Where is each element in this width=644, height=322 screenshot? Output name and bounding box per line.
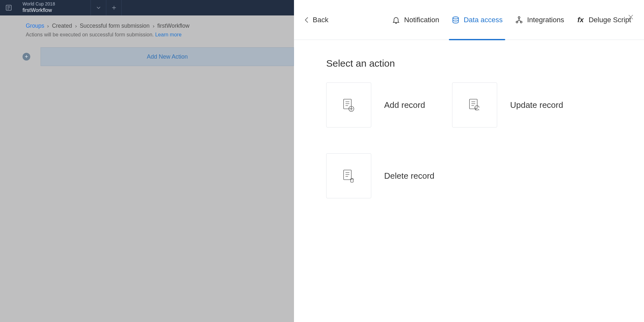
crumb-current: firstWorkflow — [157, 23, 190, 29]
crumb-groups[interactable]: Groups — [26, 23, 44, 29]
tab-data-access[interactable]: Data access — [451, 0, 503, 40]
add-action-row: + Add New Action — [23, 47, 294, 66]
learn-more-link[interactable]: Learn more — [155, 32, 182, 37]
svg-rect-7 — [469, 99, 477, 109]
tab-integrations-label: Integrations — [527, 16, 564, 24]
tab-integrations[interactable]: Integrations — [515, 0, 564, 40]
update-record-icon — [452, 82, 497, 128]
breadcrumb: Groups Created Successful form submissio… — [0, 15, 294, 29]
crumb-event: Successful form submission — [80, 23, 150, 29]
workflow-tab[interactable]: World Cup 2018 firstWorkflow — [17, 0, 91, 15]
plus-icon: + — [25, 54, 28, 60]
action-delete-label: Delete record — [384, 171, 434, 181]
tab-notification[interactable]: Notification — [392, 0, 439, 40]
workflow-page: World Cup 2018 firstWorkflow Groups Crea… — [0, 0, 294, 322]
drawer-header: Back Notification Data access Integratio… — [294, 0, 644, 40]
add-step-button[interactable]: + — [23, 53, 30, 61]
action-add-record[interactable]: Add record — [326, 82, 425, 128]
page-subtitle: Actions will be executed on successful f… — [0, 29, 294, 38]
action-cards: Add record Update record Delete record — [326, 82, 612, 198]
add-record-icon — [326, 82, 371, 128]
chevron-right-icon — [75, 23, 77, 29]
tab-chevron-button[interactable] — [91, 0, 106, 15]
drawer-heading: Select an action — [326, 58, 612, 69]
svg-rect-8 — [344, 170, 351, 180]
tab-data-access-label: Data access — [464, 16, 503, 24]
crumb-created: Created — [52, 23, 72, 29]
action-update-record[interactable]: Update record — [452, 82, 563, 128]
tab-deluge-label: Deluge Script — [589, 16, 631, 24]
add-new-action-label: Add New Action — [147, 53, 188, 60]
back-button[interactable]: Back — [304, 16, 328, 24]
action-drawer: Back Notification Data access Integratio… — [294, 0, 644, 322]
action-delete-record[interactable]: Delete record — [326, 153, 434, 198]
back-label: Back — [313, 16, 328, 24]
fx-icon: fx — [576, 16, 585, 24]
chevron-right-icon — [47, 23, 49, 29]
tab-notification-label: Notification — [404, 16, 439, 24]
drawer-body: Select an action Add record Update recor… — [294, 40, 644, 216]
delete-record-icon — [326, 153, 371, 198]
svg-point-1 — [453, 17, 458, 19]
svg-point-4 — [518, 16, 520, 18]
tab-deluge-script[interactable]: fx Deluge Script — [576, 0, 631, 40]
subtitle-text: Actions will be executed on successful f… — [26, 32, 154, 37]
add-tab-button[interactable] — [106, 0, 122, 15]
chevron-right-icon — [152, 23, 155, 29]
page-body: Groups Created Successful form submissio… — [0, 15, 294, 322]
topbar: World Cup 2018 firstWorkflow — [0, 0, 294, 15]
action-update-label: Update record — [510, 100, 563, 110]
add-new-action-button[interactable]: Add New Action — [41, 47, 294, 66]
svg-rect-5 — [344, 99, 351, 109]
close-button[interactable] — [627, 14, 634, 22]
action-add-label: Add record — [384, 100, 425, 110]
app-logo-icon[interactable] — [0, 0, 17, 15]
drawer-tabs: Notification Data access Integrations fx… — [392, 0, 631, 40]
workflow-name: firstWorkflow — [23, 7, 85, 14]
app-name: World Cup 2018 — [23, 2, 85, 6]
